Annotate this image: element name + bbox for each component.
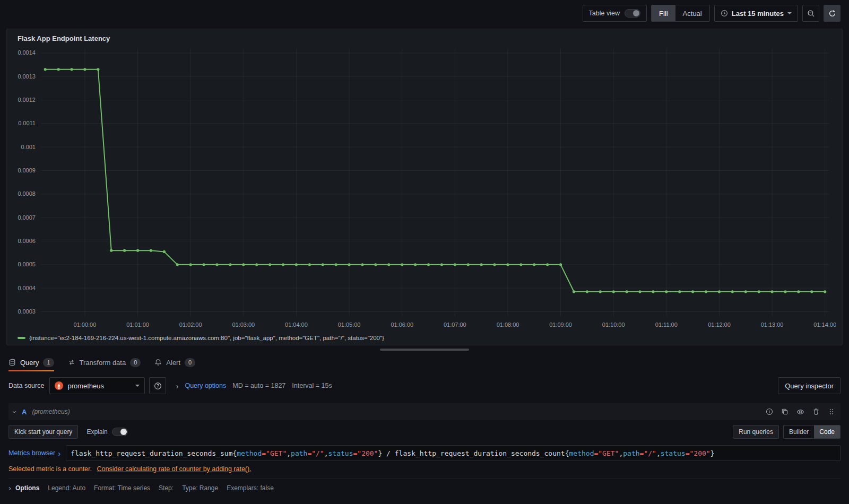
svg-text:0.001: 0.001: [21, 144, 35, 150]
warning-text: Selected metric is a counter.: [8, 465, 92, 473]
collapse-chevron-icon[interactable]: ›: [11, 411, 19, 413]
svg-text:01:06:00: 01:06:00: [391, 321, 413, 328]
transform-icon: [68, 359, 75, 366]
query-options-toggle[interactable]: Query options: [185, 382, 226, 389]
svg-text:0.0003: 0.0003: [18, 308, 36, 315]
query-row-header[interactable]: › A (prometheus): [8, 403, 841, 420]
editor-tabs: Query 1 Transform data 0 Alert 0: [0, 353, 849, 371]
table-view-toggle-group[interactable]: Table view: [583, 5, 647, 22]
max-data-points-value: MD = auto = 1827: [232, 382, 285, 389]
datasource-selected-value: prometheus: [67, 382, 104, 390]
panel-title[interactable]: Flask App Endpoint Latency: [13, 33, 836, 45]
svg-text:0.0006: 0.0006: [18, 238, 36, 244]
table-view-toggle[interactable]: [625, 9, 640, 18]
svg-text:0.0011: 0.0011: [18, 120, 36, 126]
promql-query-input[interactable]: flask_http_request_duration_seconds_sum{…: [66, 445, 841, 461]
panel-resize-handle[interactable]: [380, 349, 469, 351]
svg-text:0.0008: 0.0008: [18, 190, 36, 197]
svg-text:01:13:00: 01:13:00: [761, 321, 784, 328]
series-color-swatch: [18, 337, 25, 339]
query-options-summary-row: › Options Legend: Auto Format: Time seri…: [8, 479, 841, 492]
svg-text:01:10:00: 01:10:00: [602, 321, 625, 328]
svg-text:01:07:00: 01:07:00: [444, 321, 466, 328]
tab-transform-label: Transform data: [80, 359, 126, 367]
tab-transform-count: 0: [130, 358, 141, 367]
clock-icon: [721, 10, 728, 17]
explain-label: Explain: [86, 428, 107, 436]
svg-text:0.0012: 0.0012: [18, 97, 36, 103]
actual-button[interactable]: Actual: [675, 5, 709, 21]
fill-button[interactable]: Fill: [652, 5, 675, 21]
svg-text:01:11:00: 01:11:00: [655, 321, 678, 328]
svg-text:0.0005: 0.0005: [18, 261, 36, 267]
tab-transform-data[interactable]: Transform data 0: [68, 353, 141, 371]
svg-text:01:09:00: 01:09:00: [549, 321, 572, 328]
hide-query-eye-icon[interactable]: [796, 408, 804, 416]
svg-text:0.0004: 0.0004: [18, 285, 36, 291]
tab-alert-count: 0: [185, 358, 195, 367]
datasource-picker[interactable]: prometheus: [49, 377, 145, 394]
timeseries-panel: Flask App Endpoint Latency 01:00:0001:01…: [6, 29, 843, 345]
explain-toggle[interactable]: [112, 428, 128, 436]
refresh-icon: [828, 10, 836, 18]
time-picker[interactable]: Last 15 minutes: [714, 5, 798, 22]
grafana-panel-editor: Table view Fill Actual Last 15 minutes F: [0, 0, 849, 492]
options-step-value: Step:: [159, 484, 174, 492]
chevron-down-icon: [135, 385, 140, 387]
query-row-actions: [766, 408, 835, 416]
zoom-out-button[interactable]: [802, 5, 819, 22]
options-format-value: Format: Time series: [94, 484, 150, 492]
latency-chart[interactable]: 01:00:0001:01:0001:02:0001:03:0001:04:00…: [13, 45, 836, 334]
promql-editor-row: Metrics browser › flask_http_request_dur…: [8, 445, 841, 461]
drag-handle-icon[interactable]: [828, 408, 835, 415]
options-expand-control[interactable]: › Options: [8, 484, 39, 492]
svg-text:01:03:00: 01:03:00: [232, 321, 255, 328]
query-ref-id[interactable]: A: [22, 408, 27, 416]
topbar: Table view Fill Actual Last 15 minutes: [0, 0, 849, 27]
tab-alert[interactable]: Alert 0: [154, 353, 195, 371]
options-type-value: Type: Range: [182, 484, 218, 492]
builder-mode-button[interactable]: Builder: [784, 425, 814, 438]
refresh-button[interactable]: [824, 5, 841, 22]
chevron-right-icon[interactable]: ›: [176, 382, 178, 390]
metrics-browser-toggle[interactable]: Metrics browser ›: [8, 449, 60, 457]
chevron-right-icon: ›: [58, 449, 60, 457]
editor-toolbar-right: Run queries Builder Code: [733, 425, 841, 439]
chevron-down-icon: [787, 12, 792, 14]
duplicate-query-icon[interactable]: [781, 408, 789, 415]
legend-label[interactable]: {instance="ec2-184-169-216-224.us-west-1…: [29, 335, 384, 341]
delete-query-trash-icon[interactable]: [812, 408, 820, 415]
svg-text:01:14:00: 01:14:00: [813, 321, 836, 328]
query-inspector-button[interactable]: Query inspector: [778, 377, 841, 394]
toggle-knob: [633, 10, 639, 16]
add-rate-link[interactable]: Consider calculating rate of counter by …: [97, 465, 252, 473]
tab-query[interactable]: Query 1: [8, 353, 54, 371]
table-view-label: Table view: [589, 10, 620, 17]
editor-toolbar: Kick start your query Explain Run querie…: [8, 425, 841, 439]
bell-icon: [154, 359, 162, 366]
datasource-help-button[interactable]: [149, 377, 166, 394]
svg-text:01:04:00: 01:04:00: [285, 321, 308, 328]
prometheus-logo-icon: [55, 381, 63, 390]
counter-warning-row: Selected metric is a counter. Consider c…: [8, 465, 841, 473]
tab-query-count: 1: [43, 358, 54, 367]
chart-legend: {instance="ec2-184-169-216-224.us-west-1…: [13, 334, 836, 342]
tab-alert-label: Alert: [166, 359, 180, 367]
run-queries-button[interactable]: Run queries: [733, 425, 779, 439]
query-editor-body: Kick start your query Explain Run querie…: [8, 420, 841, 492]
interval-value: Interval = 15s: [292, 382, 332, 389]
svg-text:01:02:00: 01:02:00: [179, 321, 202, 328]
builder-code-group: Builder Code: [783, 425, 841, 439]
svg-text:01:01:00: 01:01:00: [126, 321, 149, 328]
tab-query-label: Query: [20, 359, 39, 367]
kick-start-query-button[interactable]: Kick start your query: [8, 425, 78, 439]
datasource-row: Data source prometheus › Query options M…: [0, 377, 849, 395]
code-mode-button[interactable]: Code: [814, 425, 840, 438]
svg-text:0.0007: 0.0007: [18, 214, 36, 221]
query-datasource-name: (prometheus): [32, 408, 70, 415]
options-exemplars-value: Exemplars: false: [227, 484, 274, 492]
svg-text:01:05:00: 01:05:00: [338, 321, 361, 328]
info-circle-icon[interactable]: [766, 408, 773, 415]
svg-text:01:00:00: 01:00:00: [74, 321, 97, 328]
toggle-knob: [120, 429, 127, 435]
